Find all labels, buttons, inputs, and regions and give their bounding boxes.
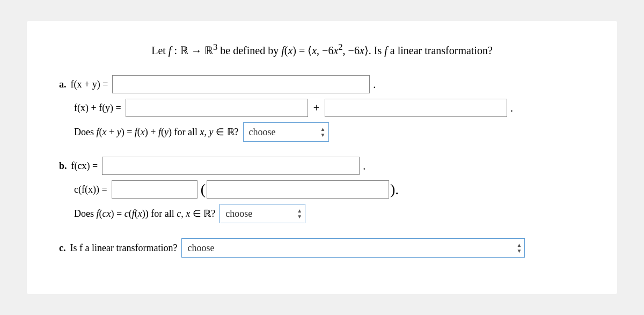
section-b-row1-period: . [363, 160, 365, 172]
section-a-row2: f(x) + f(y) = + . [59, 99, 585, 117]
fx-plus-y-input[interactable] [112, 75, 370, 93]
section-b-row1: b. f(cx) = . [59, 157, 585, 175]
section-b-choose-select[interactable]: choose yes no [219, 204, 305, 223]
plus-sign-a: + [313, 102, 319, 114]
section-a-row1: a. f(x + y) = . [59, 75, 585, 93]
section-c-choose-select[interactable]: choose yes no [181, 238, 525, 258]
section-a-row2-period: . [510, 102, 513, 114]
section-a-fx-plus-fy-label: f(x) + f(y) = [74, 102, 121, 114]
section-a-choose-wrapper: choose yes no ▲ ▼ [243, 122, 329, 142]
section-c-choose-wrapper: choose yes no ▲ ▼ [181, 238, 525, 258]
main-card: Let f : ℝ → ℝ3 be defined by f(x) = ⟨x, … [27, 21, 617, 295]
section-a-does-row: Does f(x + y) = f(x) + f(y) for all x, y… [59, 122, 585, 142]
section-c-text: Is f a linear transformation? [70, 243, 178, 254]
paren-close-b: ). [390, 182, 399, 197]
c-input[interactable] [112, 180, 197, 199]
section-c-row: c. Is f a linear transformation? choose … [59, 238, 585, 258]
section-a-label: a. [59, 79, 67, 90]
section-c-label: c. [59, 243, 66, 254]
section-b-does-text: Does f(cx) = c(f(x)) for all c, x ∈ ℝ? [74, 208, 215, 219]
section-c: c. Is f a linear transformation? choose … [59, 238, 585, 258]
fcx-input[interactable] [102, 157, 360, 175]
section-a-choose-select[interactable]: choose yes no [243, 122, 329, 142]
cfx-inner-input[interactable] [207, 180, 389, 199]
section-b-label: b. [59, 160, 67, 172]
paren-open-b: ( [201, 182, 206, 197]
header-text: Let f : ℝ → ℝ3 be defined by f(x) = ⟨x, … [59, 40, 585, 58]
section-b-does-row: Does f(cx) = c(f(x)) for all c, x ∈ ℝ? c… [59, 204, 585, 223]
section-a-row1-period: . [373, 78, 376, 91]
fy-input[interactable] [325, 99, 507, 117]
section-a-does-text: Does f(x + y) = f(x) + f(y) for all x, y… [74, 126, 239, 138]
section-b-fcx-label: f(cx) = [71, 160, 98, 172]
fx-input[interactable] [126, 99, 308, 117]
section-a-fx-plus-y-label: f(x + y) = [71, 79, 108, 90]
section-b-cfx-label: c(f(x)) = [74, 184, 107, 195]
section-a: a. f(x + y) = . f(x) + f(y) = + . Does f… [59, 75, 585, 142]
section-b-row2: c(f(x)) = ( ). [59, 180, 585, 199]
section-b: b. f(cx) = . c(f(x)) = ( ). Does f(cx) =… [59, 157, 585, 223]
section-b-choose-wrapper: choose yes no ▲ ▼ [219, 204, 305, 223]
